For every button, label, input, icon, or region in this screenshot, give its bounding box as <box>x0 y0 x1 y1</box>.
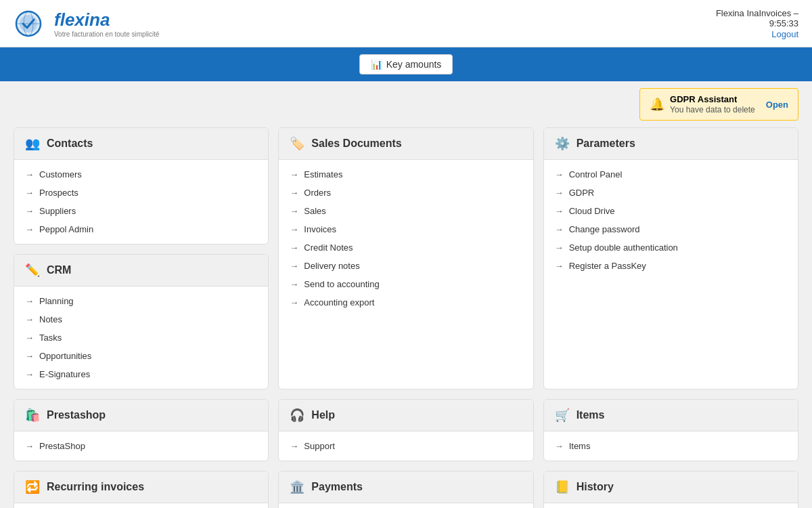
link-orders[interactable]: →Orders <box>279 184 533 202</box>
recurring-body: →Recurring invoices <box>14 503 268 508</box>
parameters-icon: ⚙️ <box>555 136 570 151</box>
prestashop-body: →PrestaShop <box>14 431 268 461</box>
link-double-auth[interactable]: →Setup double authentication <box>544 238 798 257</box>
chart-icon: 📊 <box>371 59 382 70</box>
arrow-icon: → <box>555 441 564 451</box>
gdpr-message: You have data to delete <box>670 105 755 114</box>
help-header: 🎧 Help <box>279 400 533 431</box>
key-amounts-button[interactable]: 📊 Key amounts <box>359 54 453 75</box>
help-icon: 🎧 <box>290 408 304 423</box>
help-card: 🎧 Help →Support <box>278 399 533 461</box>
help-body: →Support <box>279 431 533 461</box>
history-card: 📒 History →Actions history <box>543 471 798 508</box>
recurring-header: 🔁 Recurring invoices <box>14 471 268 503</box>
arrow-icon: → <box>25 369 34 379</box>
link-change-password[interactable]: →Change password <box>544 220 798 238</box>
gdpr-banner: 🔔 GDPR Assistant You have data to delete… <box>0 81 812 121</box>
link-e-signatures[interactable]: →E-Signatures <box>14 365 268 383</box>
payments-card: 🏛️ Payments →Payments history →Banking l… <box>278 471 533 508</box>
link-passkey[interactable]: →Register a PassKey <box>544 257 798 275</box>
link-items[interactable]: →Items <box>544 437 798 455</box>
gdpr-box: 🔔 GDPR Assistant You have data to delete… <box>639 88 798 121</box>
toolbar: 📊 Key amounts <box>0 47 812 81</box>
payments-header: 🏛️ Payments <box>279 471 533 503</box>
link-customers[interactable]: →Customers <box>14 165 268 184</box>
gdpr-title: GDPR Assistant <box>670 94 737 104</box>
help-title: Help <box>311 409 335 421</box>
logout-link[interactable]: Logout <box>771 29 798 39</box>
app-title: Flexina InaInvoices – <box>716 8 798 18</box>
arrow-icon: → <box>555 224 564 234</box>
items-header: 🛒 Items <box>544 400 798 431</box>
prestashop-header: 🛍️ Prestashop <box>14 400 268 431</box>
sales-title: Sales Documents <box>311 137 401 150</box>
arrow-icon: → <box>290 206 298 216</box>
header: flexina Votre facturation en toute simpl… <box>0 0 812 47</box>
link-suppliers[interactable]: →Suppliers <box>14 202 268 220</box>
items-body: →Items <box>544 431 798 461</box>
arrow-icon: → <box>25 351 34 361</box>
link-support[interactable]: →Support <box>279 437 533 455</box>
link-gdpr[interactable]: →GDPR <box>544 184 798 202</box>
prestashop-title: Prestashop <box>47 409 106 421</box>
arrow-icon: → <box>25 333 34 343</box>
logo-tagline: Votre facturation en toute simplicité <box>54 30 160 38</box>
link-opportunities[interactable]: →Opportunities <box>14 347 268 365</box>
link-accounting-export[interactable]: →Accounting export <box>279 293 533 312</box>
header-right: Flexina InaInvoices – 9:55:33 Logout <box>716 8 798 39</box>
contacts-title: Contacts <box>47 137 93 150</box>
history-title: History <box>577 481 614 493</box>
logo-icon <box>14 7 49 40</box>
app-time: 9:55:33 <box>716 18 798 28</box>
contacts-icon: 👥 <box>25 136 40 151</box>
link-prospects[interactable]: →Prospects <box>14 184 268 202</box>
items-title: Items <box>577 409 605 421</box>
history-body: →Actions history <box>544 503 798 508</box>
link-peppol-admin[interactable]: →Peppol Admin <box>14 220 268 238</box>
arrow-icon: → <box>25 169 34 179</box>
link-delivery-notes[interactable]: →Delivery notes <box>279 257 533 275</box>
logo-text: flexina <box>54 9 160 30</box>
payments-title: Payments <box>311 481 363 493</box>
link-credit-notes[interactable]: →Credit Notes <box>279 238 533 257</box>
payments-body: →Payments history →Banking link →Reminde… <box>279 503 533 508</box>
link-prestashop[interactable]: →PrestaShop <box>14 437 268 455</box>
parameters-header: ⚙️ Parameters <box>544 128 798 160</box>
link-sales[interactable]: →Sales <box>279 202 533 220</box>
history-header: 📒 History <box>544 471 798 503</box>
link-invoices[interactable]: →Invoices <box>279 220 533 238</box>
logo: flexina Votre facturation en toute simpl… <box>14 7 160 40</box>
arrow-icon: → <box>290 224 298 234</box>
link-notes[interactable]: →Notes <box>14 310 268 329</box>
bell-icon: 🔔 <box>650 97 664 112</box>
arrow-icon: → <box>25 224 34 234</box>
arrow-icon: → <box>25 441 34 451</box>
parameters-body: →Control Panel →GDPR →Cloud Drive →Chang… <box>544 160 798 280</box>
arrow-icon: → <box>555 261 564 271</box>
gdpr-open-link[interactable]: Open <box>766 100 788 110</box>
parameters-card: ⚙️ Parameters →Control Panel →GDPR →Clou… <box>543 127 798 389</box>
parameters-title: Parameters <box>577 137 635 150</box>
items-icon: 🛒 <box>555 408 570 423</box>
key-amounts-label: Key amounts <box>386 59 442 70</box>
link-planning[interactable]: →Planning <box>14 292 268 310</box>
items-card: 🛒 Items →Items <box>543 399 798 461</box>
prestashop-icon: 🛍️ <box>25 408 40 423</box>
arrow-icon: → <box>25 296 34 306</box>
sales-documents-body: →Estimates →Orders →Sales →Invoices →Cre… <box>279 160 533 317</box>
link-estimates[interactable]: →Estimates <box>279 165 533 184</box>
arrow-icon: → <box>555 206 564 216</box>
crm-icon: ✏️ <box>25 263 40 278</box>
contacts-header: 👥 Contacts <box>14 128 268 160</box>
link-control-panel[interactable]: →Control Panel <box>544 165 798 184</box>
payments-icon: 🏛️ <box>290 480 304 494</box>
crm-body: →Planning →Notes →Tasks →Opportunities →… <box>14 287 268 389</box>
arrow-icon: → <box>555 242 564 253</box>
arrow-icon: → <box>290 169 298 179</box>
link-send-accounting[interactable]: →Send to accounting <box>279 275 533 293</box>
crm-title: CRM <box>47 264 71 276</box>
link-tasks[interactable]: →Tasks <box>14 329 268 347</box>
link-cloud-drive[interactable]: →Cloud Drive <box>544 202 798 220</box>
recurring-icon: 🔁 <box>25 480 40 494</box>
arrow-icon: → <box>290 242 298 253</box>
